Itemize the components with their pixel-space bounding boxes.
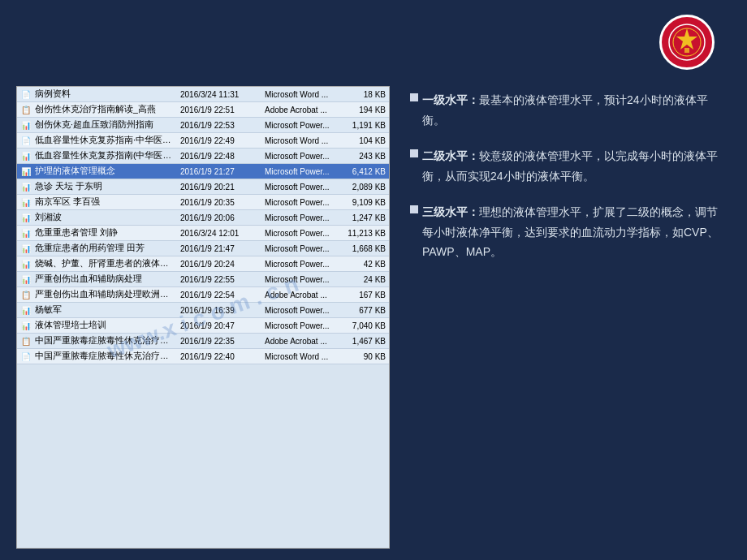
file-date: 2016/3/24 12:01 — [180, 229, 261, 238]
file-row[interactable]: 📊杨敏军2016/1/9 16:39Microsoft Power...677 … — [17, 303, 389, 318]
file-name: 低血容量性休克复苏指南·中华医学会 — [35, 135, 177, 146]
pdf-icon: 📋 — [20, 104, 32, 115]
file-row[interactable]: 📊低血容量性休克复苏指南(中华医学会重症医学分会-2007)2016/1/9 2… — [17, 149, 389, 164]
file-name: 中国严重脓毒症脓毒性休克治疗指南（2014） — [35, 335, 177, 347]
ppt-icon: 📊 — [20, 227, 32, 239]
file-size: 18 KB — [341, 90, 386, 99]
file-date: 2016/3/24 11:31 — [180, 90, 261, 99]
file-size: 104 KB — [341, 136, 386, 145]
file-date: 2016/1/9 16:39 — [180, 306, 261, 315]
file-row[interactable]: 📊急诊 天坛 于东明2016/1/9 20:21Microsoft Power.… — [17, 179, 389, 195]
file-panel[interactable]: www.x i c o m . c n 📄病例资料2016/3/24 11:31… — [16, 86, 390, 549]
file-name: 护理的液体管理概念 — [35, 166, 177, 177]
ppt-icon: 📊 — [20, 304, 32, 316]
ppt-icon: 📊 — [20, 258, 32, 269]
file-size: 243 KB — [341, 152, 386, 161]
bullet-icon — [410, 149, 418, 157]
file-row[interactable]: 📊危重症患者的用药管理 田芳2016/1/9 21:47Microsoft Po… — [17, 241, 389, 256]
file-app: Microsoft Power... — [265, 229, 338, 238]
file-date: 2016/1/9 22:54 — [180, 291, 261, 299]
word-icon: 📄 — [20, 135, 32, 146]
file-date: 2016/1/9 20:35 — [180, 198, 261, 207]
file-app: Microsoft Word ... — [265, 136, 338, 145]
level-text-3: 三级水平：理想的液体管理水平，扩展了二级的概念，调节每小时液体净平衡，达到要求的… — [422, 202, 723, 262]
ppt-icon: 📊 — [20, 320, 32, 331]
level-line-2: 二级水平：较意级的液体管理水平，以完成每小时的液体平衡，从而实现24小时的液体平… — [410, 146, 723, 186]
file-date: 2016/1/9 22:51 — [180, 106, 261, 114]
file-size: 1,191 KB — [341, 121, 386, 130]
bullet-icon — [410, 93, 418, 101]
file-date: 2016/1/9 22:48 — [180, 152, 261, 161]
file-date: 2016/1/9 20:21 — [180, 183, 261, 192]
file-name: 南京军区 李百强 — [35, 196, 177, 208]
level-label-3: 三级水平： — [422, 205, 479, 218]
file-size: 167 KB — [341, 291, 386, 299]
file-date: 2016/1/9 22:35 — [180, 337, 261, 346]
file-name: 烧碱、护董、肝肾重患者的液体管理 — [35, 258, 177, 269]
ppt-icon: 📊 — [20, 119, 32, 131]
file-name: 危重重患者管理 刘静 — [35, 227, 177, 239]
file-name: 急诊 天坛 于东明 — [35, 181, 177, 192]
file-row[interactable]: 📄低血容量性休克复苏指南·中华医学会2016/1/9 22:49Microsof… — [17, 133, 389, 149]
hospital-badge — [659, 15, 723, 70]
file-app: Microsoft Power... — [265, 260, 338, 269]
file-name: 危重症患者的用药管理 田芳 — [35, 243, 177, 254]
file-app: Microsoft Power... — [265, 306, 338, 315]
file-name: 创伤性休克治疗指南解读_高燕 — [35, 104, 177, 115]
file-row[interactable]: 📋中国严重脓毒症脓毒性休克治疗指南（2014）2016/1/9 22:35Ado… — [17, 334, 389, 349]
level-block-3: 三级水平：理想的液体管理水平，扩展了二级的概念，调节每小时液体净平衡，达到要求的… — [410, 202, 723, 262]
ppt-icon: 📊 — [20, 196, 32, 208]
file-row[interactable]: 📊南京军区 李百强2016/1/9 20:35Microsoft Power..… — [17, 195, 389, 210]
file-size: 7,040 KB — [341, 321, 386, 330]
file-date: 2016/1/9 22:40 — [180, 352, 261, 361]
file-name: 低血容量性休克复苏指南(中华医学会重症医学分会-2007) — [35, 150, 177, 162]
file-size: 677 KB — [341, 306, 386, 315]
file-size: 2,089 KB — [341, 183, 386, 192]
ppt-icon: 📊 — [20, 166, 32, 177]
file-name: 严重创伤出血和辅助病处理 — [35, 274, 177, 285]
level-line-1: 一级水平：最基本的液体管理水平，预计24小时的液体平衡。 — [410, 90, 723, 130]
file-row[interactable]: 📊液体管理培士培训2016/1/9 20:47Microsoft Power..… — [17, 318, 389, 334]
bullet-icon — [410, 205, 418, 213]
pdf-icon: 📋 — [20, 335, 32, 347]
file-name: 严重创伤出血和辅助病处理欧洲指南(2013版) — [35, 289, 177, 300]
file-size: 11,213 KB — [341, 229, 386, 238]
text-panel: 一级水平：最基本的液体管理水平，预计24小时的液体平衡。二级水平：较意级的液体管… — [410, 86, 723, 549]
file-name: 液体管理培士培训 — [35, 320, 177, 331]
file-row[interactable]: 📊护理的液体管理概念2016/1/9 21:27Microsoft Power.… — [17, 164, 389, 179]
file-row[interactable]: 📄病例资料2016/3/24 11:31Microsoft Word ...18… — [17, 87, 389, 102]
file-row[interactable]: 📊刘湘波2016/1/9 20:06Microsoft Power...1,24… — [17, 210, 389, 226]
file-name: 杨敏军 — [35, 304, 177, 316]
word-icon: 📄 — [20, 351, 32, 362]
file-date: 2016/1/9 21:47 — [180, 244, 261, 253]
file-row[interactable]: 📋创伤性休克治疗指南解读_高燕2016/1/9 22:51Adobe Acrob… — [17, 102, 389, 118]
file-app: Microsoft Power... — [265, 275, 338, 284]
levels-container: 一级水平：最基本的液体管理水平，预计24小时的液体平衡。二级水平：较意级的液体管… — [410, 90, 723, 262]
level-label-1: 一级水平： — [422, 93, 479, 106]
level-line-3: 三级水平：理想的液体管理水平，扩展了二级的概念，调节每小时液体净平衡，达到要求的… — [410, 202, 723, 262]
file-date: 2016/1/9 20:24 — [180, 260, 261, 269]
file-size: 1,247 KB — [341, 213, 386, 222]
svg-rect-3 — [684, 48, 689, 53]
level-block-2: 二级水平：较意级的液体管理水平，以完成每小时的液体平衡，从而实现24小时的液体平… — [410, 146, 723, 186]
file-app: Microsoft Word ... — [265, 90, 338, 99]
file-date: 2016/1/9 22:53 — [180, 121, 261, 130]
file-row[interactable]: 📊危重重患者管理 刘静2016/3/24 12:01Microsoft Powe… — [17, 226, 389, 241]
file-size: 194 KB — [341, 106, 386, 114]
file-row[interactable]: 📊烧碱、护董、肝肾重患者的液体管理2016/1/9 20:24Microsoft… — [17, 256, 389, 272]
pdf-icon: 📋 — [20, 289, 32, 300]
file-row[interactable]: 📋严重创伤出血和辅助病处理欧洲指南(2013版)2016/1/9 22:54Ad… — [17, 287, 389, 303]
level-label-2: 二级水平： — [422, 149, 479, 162]
file-app: Microsoft Power... — [265, 244, 338, 253]
word-icon: 📄 — [20, 88, 32, 100]
file-size: 24 KB — [341, 275, 386, 284]
file-row[interactable]: 📊严重创伤出血和辅助病处理2016/1/9 22:55Microsoft Pow… — [17, 272, 389, 287]
file-app: Adobe Acrobat ... — [265, 291, 338, 299]
file-name: 病例资料 — [35, 88, 177, 100]
file-name: 刘湘波 — [35, 212, 177, 223]
file-row[interactable]: 📊创伤休克·超血压致消防州指南2016/1/9 22:53Microsoft P… — [17, 118, 389, 133]
file-date: 2016/1/9 22:55 — [180, 275, 261, 284]
ppt-icon: 📊 — [20, 150, 32, 162]
file-row[interactable]: 📄中国严重脓毒症脓毒性休克治疗指南20142016/1/9 22:40Micro… — [17, 349, 389, 364]
file-app: Microsoft Power... — [265, 321, 338, 330]
